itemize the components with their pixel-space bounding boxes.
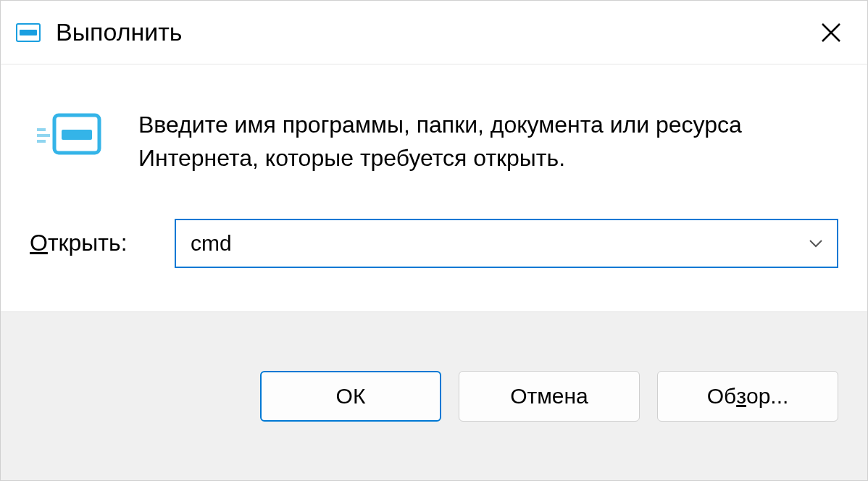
ok-button[interactable]: ОК [260, 371, 441, 422]
dialog-content: Введите имя программы, папки, документа … [1, 64, 867, 311]
dialog-footer: ОК Отмена Обзор... [1, 311, 867, 480]
close-button[interactable] [809, 11, 853, 54]
svg-rect-6 [37, 140, 46, 143]
run-app-icon [15, 20, 41, 46]
browse-button[interactable]: Обзор... [657, 371, 838, 422]
run-dialog-window: Выполнить Введите имя программы, папки, … [0, 0, 868, 481]
svg-rect-8 [62, 130, 92, 140]
info-row: Введите имя программы, папки, документа … [30, 108, 838, 175]
description-text: Введите имя программы, папки, документа … [138, 108, 838, 175]
open-label: Открыть: [30, 230, 146, 256]
cancel-button[interactable]: Отмена [459, 371, 640, 422]
svg-rect-1 [20, 30, 37, 35]
window-title: Выполнить [56, 18, 809, 46]
open-input-row: Открыть: [30, 219, 838, 268]
open-input[interactable] [175, 219, 838, 268]
titlebar: Выполнить [1, 1, 867, 64]
svg-rect-4 [37, 128, 46, 131]
run-large-icon [37, 112, 102, 156]
svg-rect-5 [37, 134, 50, 137]
close-icon [819, 21, 843, 44]
open-combobox[interactable] [175, 219, 838, 268]
